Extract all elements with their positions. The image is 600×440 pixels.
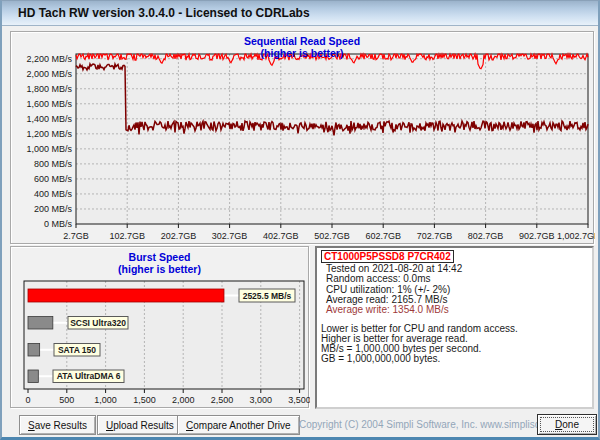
svg-text:0: 0 bbox=[25, 395, 30, 405]
svg-text:0 MB/s: 0 MB/s bbox=[44, 219, 73, 229]
svg-text:1,400 MB/s: 1,400 MB/s bbox=[26, 114, 72, 124]
sequential-read-chart: 2,200 MB/s2,000 MB/s1,800 MB/s1,600 MB/s… bbox=[11, 32, 595, 245]
svg-text:1,002.7GB: 1,002.7GB bbox=[557, 231, 595, 241]
svg-text:1,000 MB/s: 1,000 MB/s bbox=[26, 144, 72, 154]
svg-text:102.7GB: 102.7GB bbox=[109, 231, 145, 241]
hdtach-window: HD Tach RW version 3.0.4.0 - Licensed to… bbox=[0, 0, 600, 440]
svg-text:3,000: 3,000 bbox=[250, 395, 273, 405]
svg-text:1,500: 1,500 bbox=[133, 395, 156, 405]
drive-info-panel: CT1000P5PSSD8 P7CR402 Tested on 2021-08-… bbox=[315, 246, 594, 409]
title-bar: HD Tach RW version 3.0.4.0 - Licensed to… bbox=[2, 1, 598, 26]
svg-text:902.7GB: 902.7GB bbox=[519, 231, 555, 241]
sequential-read-panel: 2,200 MB/s2,000 MB/s1,800 MB/s1,600 MB/s… bbox=[10, 31, 594, 244]
burst-speed-panel: 05001,0001,5002,0002,5003,0003,5002525.5… bbox=[10, 246, 309, 408]
svg-text:1,000: 1,000 bbox=[94, 395, 117, 405]
drive-name: CT1000P5PSSD8 P7CR402 bbox=[321, 250, 454, 263]
svg-text:202.7GB: 202.7GB bbox=[161, 231, 197, 241]
svg-text:2.7GB: 2.7GB bbox=[63, 231, 89, 241]
svg-text:1,200 MB/s: 1,200 MB/s bbox=[26, 129, 72, 139]
svg-text:2,000 MB/s: 2,000 MB/s bbox=[26, 69, 72, 79]
svg-text:600 MB/s: 600 MB/s bbox=[34, 174, 73, 184]
note-gb-definition: GB = 1,000,000,000 bytes. bbox=[321, 354, 588, 364]
svg-text:2525.5 MB/s: 2525.5 MB/s bbox=[243, 291, 292, 301]
svg-text:1,600 MB/s: 1,600 MB/s bbox=[26, 99, 72, 109]
average-write-line: Average write: 1354.0 MB/s bbox=[326, 305, 588, 315]
svg-text:802.7GB: 802.7GB bbox=[468, 231, 504, 241]
burst-speed-chart: 05001,0001,5002,0002,5003,0003,5002525.5… bbox=[11, 247, 310, 409]
svg-text:800 MB/s: 800 MB/s bbox=[34, 159, 73, 169]
svg-text:ATA UltraDMA 6: ATA UltraDMA 6 bbox=[57, 371, 121, 381]
upload-results-button[interactable]: Upload Results bbox=[97, 415, 183, 435]
svg-text:500: 500 bbox=[59, 395, 74, 405]
svg-text:SCSI Ultra320: SCSI Ultra320 bbox=[70, 318, 126, 328]
window-title: HD Tach RW version 3.0.4.0 - Licensed to… bbox=[2, 1, 598, 25]
svg-text:402.7GB: 402.7GB bbox=[263, 231, 299, 241]
svg-text:502.7GB: 502.7GB bbox=[314, 231, 350, 241]
save-results-button[interactable]: Save Results bbox=[19, 415, 96, 435]
svg-text:2,000: 2,000 bbox=[172, 395, 195, 405]
svg-text:702.7GB: 702.7GB bbox=[417, 231, 453, 241]
svg-text:1,800 MB/s: 1,800 MB/s bbox=[26, 84, 72, 94]
svg-text:302.7GB: 302.7GB bbox=[212, 231, 248, 241]
info-notes: Lower is better for CPU and random acces… bbox=[321, 324, 588, 364]
svg-text:3,500: 3,500 bbox=[288, 395, 310, 405]
svg-text:2,200 MB/s: 2,200 MB/s bbox=[26, 54, 72, 64]
svg-text:200 MB/s: 200 MB/s bbox=[34, 204, 73, 214]
done-button[interactable]: Done bbox=[537, 414, 597, 435]
svg-text:SATA 150: SATA 150 bbox=[58, 345, 96, 355]
svg-text:2,500: 2,500 bbox=[211, 395, 234, 405]
svg-text:602.7GB: 602.7GB bbox=[365, 231, 401, 241]
compare-another-drive-button[interactable]: Compare Another Drive bbox=[177, 415, 300, 435]
svg-text:400 MB/s: 400 MB/s bbox=[34, 189, 73, 199]
